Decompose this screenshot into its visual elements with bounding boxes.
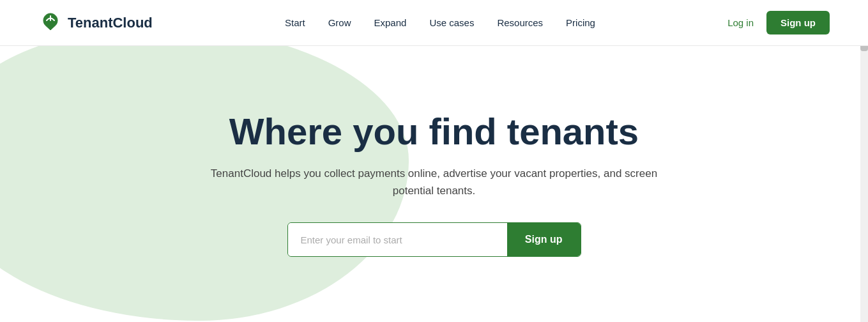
login-link[interactable]: Log in: [727, 17, 754, 28]
scrollbar-track[interactable]: [860, 0, 868, 322]
hero-title: Where you find tenants: [211, 111, 658, 152]
nav-link-use-cases[interactable]: Use cases: [429, 17, 474, 28]
nav-item-grow[interactable]: Grow: [328, 17, 351, 29]
hero-cta-area: Sign up: [211, 222, 658, 257]
logo-text-tenant: Tenant: [68, 15, 112, 31]
signup-button-cta[interactable]: Sign up: [507, 223, 581, 256]
hero-subtitle: TenantCloud helps you collect payments o…: [211, 165, 658, 199]
email-signup-form: Sign up: [287, 222, 581, 257]
logo-icon: [38, 12, 63, 34]
logo-text-cloud: Cloud: [112, 15, 152, 31]
hero-section: Where you find tenants TenantCloud helps…: [0, 46, 868, 322]
nav-link-resources[interactable]: Resources: [497, 17, 543, 28]
email-input[interactable]: [288, 223, 507, 256]
nav-link-grow[interactable]: Grow: [328, 17, 351, 28]
hero-content: Where you find tenants TenantCloud helps…: [211, 111, 658, 257]
nav-link-pricing[interactable]: Pricing: [566, 17, 595, 28]
header-actions: Log in Sign up: [727, 11, 830, 34]
signup-button-header[interactable]: Sign up: [766, 11, 830, 34]
main-nav: Start Grow Expand Use cases Resources Pr…: [285, 17, 595, 29]
nav-item-resources[interactable]: Resources: [497, 17, 543, 29]
logo[interactable]: TenantCloud: [38, 12, 153, 34]
nav-link-expand[interactable]: Expand: [374, 17, 407, 28]
main-header: TenantCloud Start Grow Expand Use cases …: [0, 0, 868, 46]
nav-item-pricing[interactable]: Pricing: [566, 17, 595, 29]
nav-item-start[interactable]: Start: [285, 17, 305, 29]
nav-item-use-cases[interactable]: Use cases: [429, 17, 474, 29]
nav-link-start[interactable]: Start: [285, 17, 305, 28]
nav-item-expand[interactable]: Expand: [374, 17, 407, 29]
